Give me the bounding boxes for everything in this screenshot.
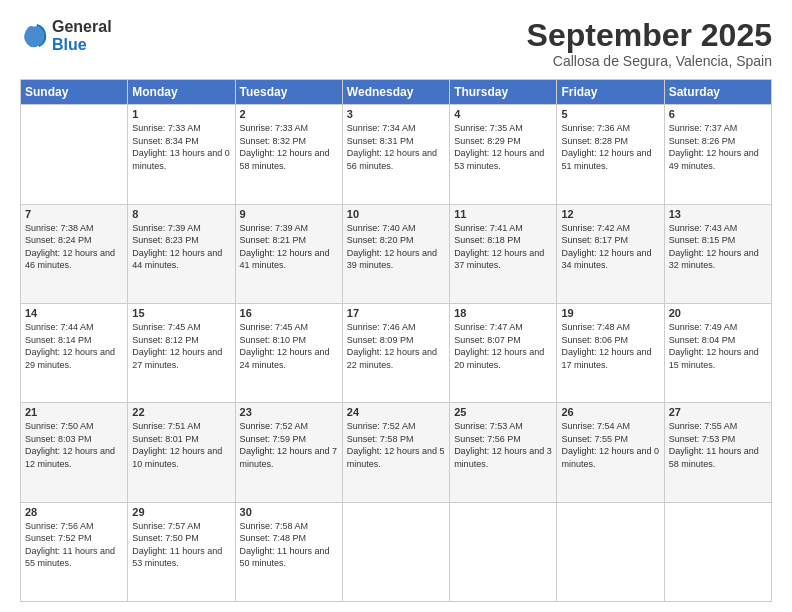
calendar-cell: 12Sunrise: 7:42 AMSunset: 8:17 PMDayligh…: [557, 204, 664, 303]
day-info: Sunrise: 7:33 AMSunset: 8:32 PMDaylight:…: [240, 122, 338, 172]
calendar-cell: 29Sunrise: 7:57 AMSunset: 7:50 PMDayligh…: [128, 502, 235, 601]
calendar-table: SundayMondayTuesdayWednesdayThursdayFrid…: [20, 79, 772, 602]
day-info: Sunrise: 7:38 AMSunset: 8:24 PMDaylight:…: [25, 222, 123, 272]
day-info: Sunrise: 7:36 AMSunset: 8:28 PMDaylight:…: [561, 122, 659, 172]
day-number: 19: [561, 307, 659, 319]
day-of-week-header: Sunday: [21, 80, 128, 105]
day-number: 13: [669, 208, 767, 220]
calendar-cell: 2Sunrise: 7:33 AMSunset: 8:32 PMDaylight…: [235, 105, 342, 204]
calendar-cell: 6Sunrise: 7:37 AMSunset: 8:26 PMDaylight…: [664, 105, 771, 204]
day-info: Sunrise: 7:33 AMSunset: 8:34 PMDaylight:…: [132, 122, 230, 172]
day-number: 11: [454, 208, 552, 220]
day-number: 1: [132, 108, 230, 120]
day-info: Sunrise: 7:41 AMSunset: 8:18 PMDaylight:…: [454, 222, 552, 272]
day-info: Sunrise: 7:54 AMSunset: 7:55 PMDaylight:…: [561, 420, 659, 470]
calendar-cell: 3Sunrise: 7:34 AMSunset: 8:31 PMDaylight…: [342, 105, 449, 204]
calendar-cell: 30Sunrise: 7:58 AMSunset: 7:48 PMDayligh…: [235, 502, 342, 601]
day-info: Sunrise: 7:58 AMSunset: 7:48 PMDaylight:…: [240, 520, 338, 570]
calendar-cell: 27Sunrise: 7:55 AMSunset: 7:53 PMDayligh…: [664, 403, 771, 502]
day-number: 26: [561, 406, 659, 418]
calendar-cell: 21Sunrise: 7:50 AMSunset: 8:03 PMDayligh…: [21, 403, 128, 502]
day-info: Sunrise: 7:39 AMSunset: 8:23 PMDaylight:…: [132, 222, 230, 272]
day-number: 15: [132, 307, 230, 319]
calendar-cell: [557, 502, 664, 601]
day-info: Sunrise: 7:35 AMSunset: 8:29 PMDaylight:…: [454, 122, 552, 172]
calendar-cell: 5Sunrise: 7:36 AMSunset: 8:28 PMDaylight…: [557, 105, 664, 204]
day-info: Sunrise: 7:48 AMSunset: 8:06 PMDaylight:…: [561, 321, 659, 371]
calendar-cell: 9Sunrise: 7:39 AMSunset: 8:21 PMDaylight…: [235, 204, 342, 303]
day-number: 21: [25, 406, 123, 418]
day-number: 25: [454, 406, 552, 418]
day-number: 27: [669, 406, 767, 418]
day-info: Sunrise: 7:45 AMSunset: 8:10 PMDaylight:…: [240, 321, 338, 371]
calendar-cell: 13Sunrise: 7:43 AMSunset: 8:15 PMDayligh…: [664, 204, 771, 303]
logo-general: General: [52, 18, 112, 36]
day-info: Sunrise: 7:39 AMSunset: 8:21 PMDaylight:…: [240, 222, 338, 272]
calendar-cell: [342, 502, 449, 601]
day-number: 17: [347, 307, 445, 319]
calendar-cell: 14Sunrise: 7:44 AMSunset: 8:14 PMDayligh…: [21, 303, 128, 402]
calendar-cell: 10Sunrise: 7:40 AMSunset: 8:20 PMDayligh…: [342, 204, 449, 303]
day-info: Sunrise: 7:46 AMSunset: 8:09 PMDaylight:…: [347, 321, 445, 371]
day-of-week-header: Tuesday: [235, 80, 342, 105]
calendar-cell: 1Sunrise: 7:33 AMSunset: 8:34 PMDaylight…: [128, 105, 235, 204]
calendar-cell: 23Sunrise: 7:52 AMSunset: 7:59 PMDayligh…: [235, 403, 342, 502]
calendar-cell: 17Sunrise: 7:46 AMSunset: 8:09 PMDayligh…: [342, 303, 449, 402]
day-of-week-header: Saturday: [664, 80, 771, 105]
calendar-cell: 18Sunrise: 7:47 AMSunset: 8:07 PMDayligh…: [450, 303, 557, 402]
day-number: 28: [25, 506, 123, 518]
calendar-cell: 26Sunrise: 7:54 AMSunset: 7:55 PMDayligh…: [557, 403, 664, 502]
calendar-cell: 19Sunrise: 7:48 AMSunset: 8:06 PMDayligh…: [557, 303, 664, 402]
title-block: September 2025 Callosa de Segura, Valenc…: [527, 18, 772, 69]
day-number: 18: [454, 307, 552, 319]
calendar-cell: [450, 502, 557, 601]
day-number: 10: [347, 208, 445, 220]
day-number: 30: [240, 506, 338, 518]
calendar-week-row: 28Sunrise: 7:56 AMSunset: 7:52 PMDayligh…: [21, 502, 772, 601]
calendar-page: General Blue September 2025 Callosa de S…: [0, 0, 792, 612]
day-number: 14: [25, 307, 123, 319]
day-number: 8: [132, 208, 230, 220]
day-info: Sunrise: 7:44 AMSunset: 8:14 PMDaylight:…: [25, 321, 123, 371]
day-of-week-header: Friday: [557, 80, 664, 105]
calendar-cell: [21, 105, 128, 204]
day-number: 2: [240, 108, 338, 120]
month-title: September 2025: [527, 18, 772, 53]
day-info: Sunrise: 7:49 AMSunset: 8:04 PMDaylight:…: [669, 321, 767, 371]
day-info: Sunrise: 7:56 AMSunset: 7:52 PMDaylight:…: [25, 520, 123, 570]
day-info: Sunrise: 7:43 AMSunset: 8:15 PMDaylight:…: [669, 222, 767, 272]
day-number: 16: [240, 307, 338, 319]
day-number: 29: [132, 506, 230, 518]
day-of-week-header: Monday: [128, 80, 235, 105]
day-number: 23: [240, 406, 338, 418]
calendar-cell: [664, 502, 771, 601]
day-info: Sunrise: 7:52 AMSunset: 7:59 PMDaylight:…: [240, 420, 338, 470]
header: General Blue September 2025 Callosa de S…: [20, 18, 772, 69]
day-info: Sunrise: 7:50 AMSunset: 8:03 PMDaylight:…: [25, 420, 123, 470]
day-number: 5: [561, 108, 659, 120]
day-info: Sunrise: 7:52 AMSunset: 7:58 PMDaylight:…: [347, 420, 445, 470]
logo-text: General Blue: [52, 18, 112, 53]
day-info: Sunrise: 7:51 AMSunset: 8:01 PMDaylight:…: [132, 420, 230, 470]
location: Callosa de Segura, Valencia, Spain: [527, 53, 772, 69]
calendar-header-row: SundayMondayTuesdayWednesdayThursdayFrid…: [21, 80, 772, 105]
calendar-cell: 28Sunrise: 7:56 AMSunset: 7:52 PMDayligh…: [21, 502, 128, 601]
day-number: 12: [561, 208, 659, 220]
day-number: 3: [347, 108, 445, 120]
calendar-week-row: 7Sunrise: 7:38 AMSunset: 8:24 PMDaylight…: [21, 204, 772, 303]
calendar-cell: 7Sunrise: 7:38 AMSunset: 8:24 PMDaylight…: [21, 204, 128, 303]
day-info: Sunrise: 7:55 AMSunset: 7:53 PMDaylight:…: [669, 420, 767, 470]
calendar-week-row: 21Sunrise: 7:50 AMSunset: 8:03 PMDayligh…: [21, 403, 772, 502]
calendar-cell: 22Sunrise: 7:51 AMSunset: 8:01 PMDayligh…: [128, 403, 235, 502]
calendar-cell: 24Sunrise: 7:52 AMSunset: 7:58 PMDayligh…: [342, 403, 449, 502]
day-info: Sunrise: 7:42 AMSunset: 8:17 PMDaylight:…: [561, 222, 659, 272]
day-number: 22: [132, 406, 230, 418]
day-number: 6: [669, 108, 767, 120]
day-info: Sunrise: 7:47 AMSunset: 8:07 PMDaylight:…: [454, 321, 552, 371]
calendar-cell: 11Sunrise: 7:41 AMSunset: 8:18 PMDayligh…: [450, 204, 557, 303]
day-number: 7: [25, 208, 123, 220]
day-of-week-header: Thursday: [450, 80, 557, 105]
day-number: 20: [669, 307, 767, 319]
calendar-cell: 25Sunrise: 7:53 AMSunset: 7:56 PMDayligh…: [450, 403, 557, 502]
calendar-week-row: 14Sunrise: 7:44 AMSunset: 8:14 PMDayligh…: [21, 303, 772, 402]
